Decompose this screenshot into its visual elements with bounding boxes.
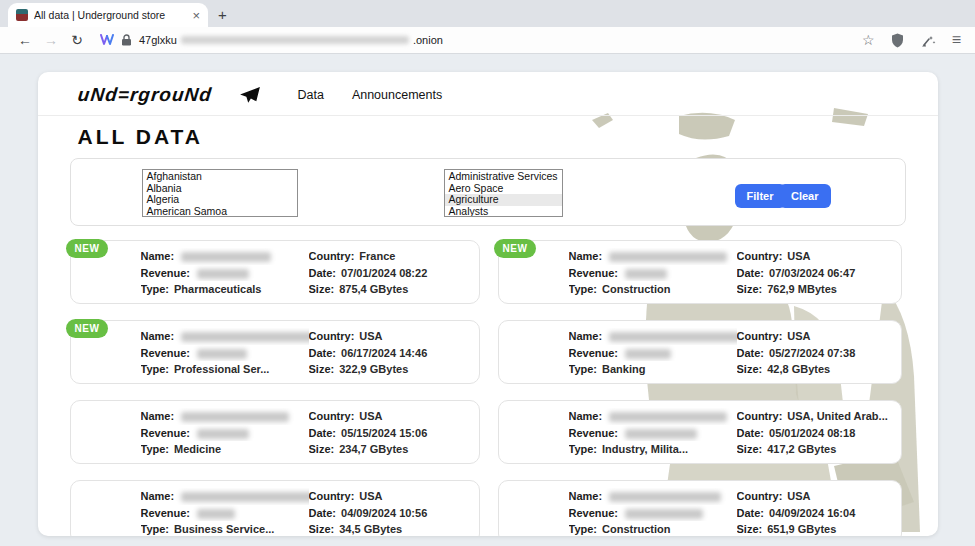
data-card[interactable]: Name: Revenue: Type:Business Service... …	[70, 480, 480, 536]
redacted-name	[181, 492, 308, 502]
card-right-column: Country:France Date:07/01/2024 08:22 Siz…	[309, 248, 479, 303]
clear-button[interactable]: Clear	[779, 184, 831, 208]
country-option[interactable]: Algeria	[143, 194, 297, 206]
size-value: 762,9 MBytes	[767, 283, 837, 295]
country-value: France	[359, 250, 395, 262]
size-value: 42,8 GBytes	[767, 363, 830, 375]
nav-announcements-link[interactable]: Announcements	[352, 88, 442, 102]
redacted-revenue	[625, 509, 703, 519]
browser-tab[interactable]: All data | Underground store ×	[8, 3, 208, 27]
bookmark-star-icon[interactable]: ☆	[862, 32, 875, 48]
redacted-name	[181, 252, 271, 262]
redacted-revenue	[197, 269, 249, 279]
country-value: USA	[787, 250, 810, 262]
redacted-revenue	[197, 429, 249, 439]
site-logo[interactable]: uNd=rgrouNd	[76, 84, 212, 106]
new-badge: NEW	[66, 319, 109, 338]
card-right-column: Country:USA Date:04/09/2024 10:56 Size:3…	[309, 488, 479, 536]
size-value: 34,5 GBytes	[339, 523, 402, 535]
card-right-column: Country:USA Date:05/27/2024 07:38 Size:4…	[737, 328, 901, 383]
type-value: Pharmaceuticals	[174, 283, 261, 295]
card-right-column: Country:USA Date:06/17/2024 14:46 Size:3…	[309, 328, 479, 383]
redacted-revenue	[625, 269, 667, 279]
country-value: USA	[359, 330, 382, 342]
new-badge: NEW	[494, 239, 537, 258]
url-redacted-segment	[181, 36, 409, 44]
new-tab-button[interactable]: +	[218, 6, 227, 23]
menu-icon[interactable]: ≡	[952, 31, 961, 49]
industry-option[interactable]: Administrative Services	[445, 171, 562, 183]
redacted-revenue	[625, 349, 671, 359]
date-value: 05/01/2024 08:18	[769, 427, 855, 439]
type-value: Business Service...	[174, 523, 274, 535]
country-value: USA	[787, 330, 810, 342]
size-value: 417,2 GBytes	[767, 443, 836, 455]
date-value: 05/15/2024 15:06	[341, 427, 427, 439]
card-left-column: Name: Revenue: Type:Pharmaceuticals	[141, 248, 309, 303]
date-value: 04/09/2024 16:04	[769, 507, 855, 519]
card-right-column: Country:USA Date:04/09/2024 16:04 Size:6…	[737, 488, 901, 536]
type-value: Industry, Milita...	[602, 443, 688, 455]
redacted-revenue	[197, 509, 235, 519]
lock-icon[interactable]	[121, 34, 132, 46]
telegram-plane-icon[interactable]	[239, 86, 261, 104]
type-value: Banking	[602, 363, 645, 375]
data-card[interactable]: NEW Name: Revenue: Type:Professional Ser…	[70, 320, 480, 384]
type-value: Construction	[602, 523, 670, 535]
type-value: Professional Ser...	[174, 363, 269, 375]
industry-filter-listbox[interactable]: Administrative Services Aero Space Agric…	[444, 169, 563, 217]
date-value: 06/17/2024 14:46	[341, 347, 427, 359]
data-card[interactable]: NEW Name: Revenue: Type:Pharmaceuticals …	[70, 240, 480, 304]
country-value: USA	[359, 410, 382, 422]
page-title: ALL DATA	[78, 125, 938, 149]
country-option[interactable]: American Samoa	[143, 206, 297, 218]
address-bar[interactable]: 47glxku .onion	[100, 34, 848, 46]
forward-icon[interactable]: →	[40, 32, 62, 48]
card-left-column: Name: Revenue: Type:Industry, Milita...	[569, 408, 737, 463]
data-card[interactable]: Name: Revenue: Type:Construction Country…	[498, 480, 902, 536]
nav-data-link[interactable]: Data	[297, 88, 323, 102]
data-cards-grid: NEW Name: Revenue: Type:Pharmaceuticals …	[70, 240, 906, 536]
card-left-column: Name: Revenue: Type:Medicine	[141, 408, 309, 463]
redacted-name	[609, 412, 727, 422]
data-card[interactable]: Name: Revenue: Type:Industry, Milita... …	[498, 400, 902, 464]
filter-button[interactable]: Filter	[735, 184, 786, 208]
shield-icon[interactable]	[891, 33, 904, 48]
data-card[interactable]: Name: Revenue: Type:Banking Country:USA …	[498, 320, 902, 384]
industry-option[interactable]: Agriculture	[445, 194, 562, 206]
date-value: 05/27/2024 07:38	[769, 347, 855, 359]
reload-icon[interactable]: ↻	[66, 32, 88, 48]
date-value: 07/01/2024 08:22	[341, 267, 427, 279]
country-option[interactable]: Afghanistan	[143, 171, 297, 183]
card-right-column: Country:USA Date:05/15/2024 15:06 Size:2…	[309, 408, 479, 463]
card-left-column: Name: Revenue: Type:Construction	[569, 488, 737, 536]
country-filter-listbox[interactable]: Afghanistan Albania Algeria American Sam…	[142, 169, 298, 217]
size-value: 234,7 GBytes	[339, 443, 408, 455]
tab-close-icon[interactable]: ×	[192, 8, 200, 23]
industry-option[interactable]: Analysts	[445, 206, 562, 218]
tab-title: All data | Underground store	[34, 9, 186, 21]
url-text[interactable]: 47glxku .onion	[139, 34, 443, 46]
page-background: uNd=rgrouNd Data Announcements ALL DATA …	[0, 54, 975, 546]
site-header: uNd=rgrouNd Data Announcements	[38, 72, 938, 116]
tab-strip: All data | Underground store × +	[0, 0, 975, 27]
type-value: Medicine	[174, 443, 221, 455]
data-card[interactable]: Name: Revenue: Type:Medicine Country:USA…	[70, 400, 480, 464]
redacted-name	[181, 332, 308, 342]
size-value: 651,9 GBytes	[767, 523, 836, 535]
cleaner-broom-icon[interactable]	[920, 33, 936, 48]
card-left-column: Name: Revenue: Type:Business Service...	[141, 488, 309, 536]
type-value: Construction	[602, 283, 670, 295]
date-value: 07/03/2024 06:47	[769, 267, 855, 279]
redacted-name	[181, 412, 289, 422]
card-right-column: Country:USA Date:07/03/2024 06:47 Size:7…	[737, 248, 901, 303]
card-left-column: Name: Revenue: Type:Banking	[569, 328, 737, 383]
tor-circuit-icon[interactable]	[100, 34, 114, 46]
size-value: 875,4 GBytes	[339, 283, 408, 295]
redacted-name	[609, 252, 727, 262]
back-icon[interactable]: ←	[14, 32, 36, 48]
data-card[interactable]: NEW Name: Revenue: Type:Construction Cou…	[498, 240, 902, 304]
site-content: uNd=rgrouNd Data Announcements ALL DATA …	[38, 72, 938, 536]
redacted-name	[609, 492, 721, 502]
redacted-revenue	[197, 349, 247, 359]
